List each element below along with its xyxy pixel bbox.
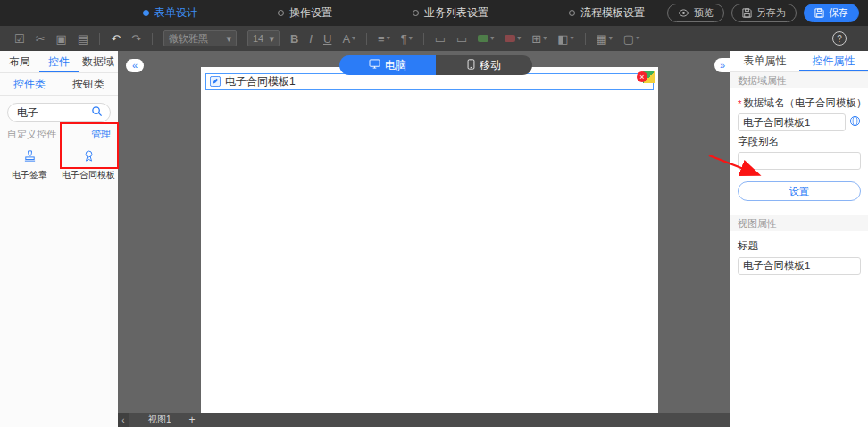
merge-cells-icon[interactable]: ▭ (435, 33, 446, 45)
tab-pc-view[interactable]: 电脑 (339, 55, 436, 75)
control-item-e-signature[interactable]: 电子签章 (0, 149, 59, 181)
fill-icon: ◧ (557, 33, 568, 45)
save-as-button[interactable]: 另存为 (731, 4, 797, 22)
toolbar-divider (152, 33, 153, 45)
redo-icon[interactable]: ↷ (131, 33, 141, 45)
view-tab-1[interactable]: 视图1 (148, 414, 171, 426)
step-label: 表单设计 (154, 5, 197, 21)
split-cells-icon[interactable]: ▭ (456, 33, 467, 45)
floppy-icon (814, 8, 824, 18)
paragraph-button[interactable]: ¶ ▾ (401, 33, 413, 45)
globe-icon[interactable] (849, 114, 861, 130)
required-mark: * (738, 98, 741, 109)
insert-box-button[interactable]: ▢ ▾ (623, 33, 639, 45)
step-dot-icon (278, 10, 284, 16)
search-input[interactable] (15, 105, 88, 120)
tab-mobile-view[interactable]: 移动 (436, 55, 532, 75)
step-form-design[interactable]: 表单设计 (143, 5, 197, 21)
insert-grid-button[interactable]: ▦ ▾ (597, 33, 613, 45)
step-label: 流程模板设置 (580, 5, 645, 21)
phone-icon (467, 59, 475, 72)
chevron-down-icon: ▾ (352, 35, 355, 42)
align-button[interactable]: ≡ ▾ (378, 33, 390, 45)
data-domain-name-input[interactable] (738, 113, 846, 131)
add-view-button[interactable]: + (189, 414, 196, 426)
data-domain-name-row (738, 113, 861, 131)
control-item-e-contract-template[interactable]: 电子合同模板 (59, 149, 118, 181)
controls-sidebar: 布局 控件 数据域 控件类 按钮类 自定义控件 管理 电子签章 (0, 51, 118, 427)
save-label: 保存 (829, 6, 848, 20)
subtab-button-class[interactable]: 按钮类 (59, 73, 118, 95)
preview-button[interactable]: 预览 (667, 4, 724, 22)
delete-field-icon[interactable]: × (637, 71, 647, 82)
data-domain-name-label: * 数据域名（电子合同模板） ? (738, 96, 861, 110)
tab-control-properties[interactable]: 控件属性 (799, 51, 868, 71)
data-domain-section-body: * 数据域名（电子合同模板） ? 字段别名 设置 (730, 88, 868, 215)
chevron-down-icon: ▾ (609, 35, 613, 42)
copy-icon[interactable]: ▣ (56, 33, 67, 45)
tab-controls[interactable]: 控件 (39, 51, 79, 72)
cell-border-color-button[interactable]: ▾ (505, 35, 521, 42)
field-label: 电子合同模板1 (225, 74, 296, 89)
select-all-icon[interactable]: ☑ (14, 33, 25, 45)
preview-label: 预览 (694, 6, 714, 20)
font-color-button[interactable]: A ▾ (342, 33, 355, 45)
step-active-dot-icon (143, 10, 149, 16)
step-connector (497, 13, 560, 13)
bold-button[interactable]: B (290, 33, 298, 45)
settings-button[interactable]: 设置 (738, 181, 861, 201)
paste-icon[interactable]: ▤ (78, 33, 88, 45)
subtab-control-class[interactable]: 控件类 (0, 73, 59, 95)
tab-label: 布局 (9, 54, 30, 70)
step-business-list-settings[interactable]: 业务列表设置 (413, 5, 488, 21)
cell-bg-color-button[interactable]: ▾ (478, 35, 494, 42)
header-actions: 预览 另存为 保存 (667, 4, 859, 22)
device-tab-label: 移动 (480, 58, 501, 73)
step-label: 操作设置 (289, 5, 332, 21)
device-preview-tabs: 电脑 移动 (339, 55, 532, 75)
expand-panel-button[interactable]: » (714, 58, 730, 72)
cut-icon[interactable]: ✂ (36, 33, 46, 45)
step-dot-icon (413, 10, 419, 16)
fill-button[interactable]: ◧ ▾ (557, 33, 573, 45)
toolbar-divider (585, 33, 586, 45)
sidebar-subtabs: 控件类 按钮类 (0, 73, 118, 96)
save-button[interactable]: 保存 (804, 4, 859, 22)
align-icon: ≡ (378, 33, 385, 45)
step-process-template-settings[interactable]: 流程模板设置 (569, 5, 645, 21)
view-properties-section-body: 标题 (730, 231, 868, 282)
field-alias-input[interactable] (738, 152, 861, 170)
properties-panel: 表单属性 控件属性 数据域属性 * 数据域名（电子合同模板） ? 字段别名 设 (730, 51, 868, 427)
toolbar-divider (423, 33, 424, 45)
subtab-label: 按钮类 (72, 77, 104, 92)
save-as-label: 另存为 (756, 6, 786, 20)
tab-form-properties[interactable]: 表单属性 (730, 51, 799, 71)
form-canvas-page[interactable]: 电子合同模板1 × (201, 67, 658, 413)
search-icon[interactable] (91, 105, 103, 121)
tab-label: 表单属性 (744, 54, 787, 69)
seal-icon (82, 149, 96, 166)
step-connector (206, 13, 269, 13)
font-size-select[interactable]: 14 ▾ (247, 30, 280, 46)
underline-button[interactable]: U (323, 33, 331, 45)
tab-label: 数据域 (82, 54, 114, 70)
field-alias-label: 字段别名 (738, 135, 861, 148)
help-icon[interactable]: ? (832, 31, 847, 46)
tab-label: 控件 (48, 54, 70, 70)
font-family-select[interactable]: 微软雅黑 ▾ (163, 30, 237, 46)
title-input[interactable] (738, 257, 861, 275)
undo-icon[interactable]: ↶ (111, 33, 121, 45)
designer-content: 布局 控件 数据域 控件类 按钮类 自定义控件 管理 电子签章 (0, 51, 868, 427)
tab-data-domain[interactable]: 数据域 (79, 51, 118, 72)
tab-layout[interactable]: 布局 (0, 51, 39, 72)
manage-link[interactable]: 管理 (91, 128, 111, 141)
collapse-sidebar-button[interactable]: « (126, 59, 144, 72)
control-search-box (7, 103, 111, 122)
label-text: 标题 (738, 239, 758, 253)
red-color-swatch-icon (505, 35, 515, 42)
selected-contract-template-field[interactable]: 电子合同模板1 × (205, 73, 654, 90)
italic-button[interactable]: I (309, 33, 313, 45)
table-button[interactable]: ⊞ ▾ (531, 33, 547, 45)
step-operation-settings[interactable]: 操作设置 (278, 5, 332, 21)
scroll-left-icon[interactable]: ‹ (118, 413, 129, 427)
